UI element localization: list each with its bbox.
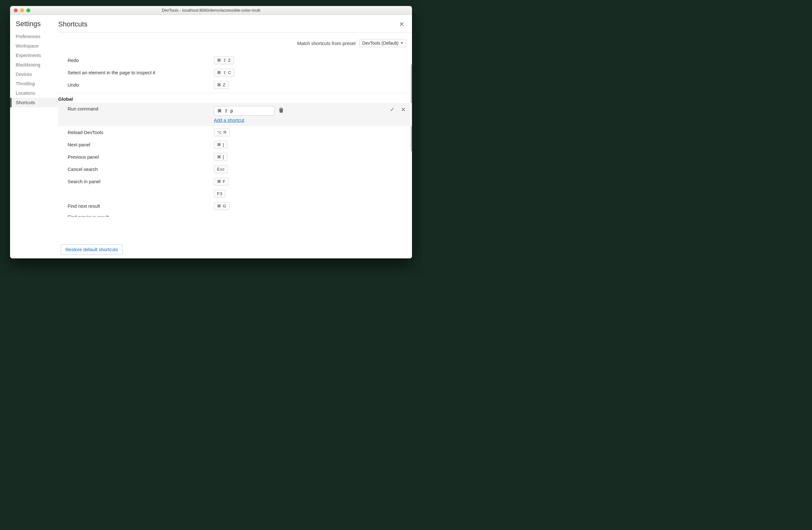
- checkmark-icon[interactable]: ✓: [390, 106, 395, 113]
- window-minimize-button[interactable]: [20, 9, 24, 12]
- shortcut-row-find-next[interactable]: Find next result ⌘ G: [58, 200, 412, 212]
- page-title: Shortcuts: [58, 20, 87, 28]
- shortcut-combo: F3: [214, 190, 226, 198]
- shortcuts-scroll: Match shortcuts from preset DevTools (De…: [58, 33, 412, 259]
- shortcut-row-run-command-editing: Run command ⌘ ⇧ p Add a shortcut ✓ ✕: [58, 103, 412, 126]
- main-header: Shortcuts ✕: [58, 15, 412, 32]
- shortcut-combo: ⌘ F: [214, 178, 229, 185]
- shortcut-combo: ⌘ ⇧ Z: [214, 56, 234, 64]
- sidebar-item-locations[interactable]: Locations: [10, 88, 58, 98]
- titlebar: DevTools - localhost:8080/demo/accessibl…: [10, 6, 412, 15]
- shortcut-row-next-panel[interactable]: Next panel ⌘ ]: [58, 139, 412, 151]
- shortcut-label: Find next result: [58, 203, 214, 209]
- shortcut-label: Reload DevTools: [58, 130, 214, 135]
- shortcut-label: Find previous result: [58, 214, 214, 220]
- shortcut-label: Select an element in the page to inspect…: [58, 70, 214, 75]
- sidebar-item-throttling[interactable]: Throttling: [10, 79, 58, 88]
- window-close-button[interactable]: [14, 9, 18, 12]
- shortcut-label: Redo: [58, 58, 214, 63]
- shortcut-row-find-previous[interactable]: Find previous result: [58, 212, 412, 222]
- shortcut-combo: ⌘ ]: [214, 141, 227, 149]
- shortcut-row-search-in-panel[interactable]: Search in panel ⌘ F: [58, 175, 412, 187]
- shortcut-label: Next panel: [58, 142, 214, 147]
- devtools-window: DevTools - localhost:8080/demo/accessibl…: [10, 6, 412, 259]
- shortcut-input[interactable]: ⌘ ⇧ p: [214, 106, 275, 115]
- sidebar-item-blackboxing[interactable]: Blackboxing: [10, 60, 58, 70]
- shortcut-label: Run command: [58, 106, 214, 111]
- shortcut-label: Search in panel: [58, 179, 214, 184]
- shortcut-combo: ⌘ Z: [214, 81, 229, 89]
- shortcut-combo: ⌘ G: [214, 202, 230, 210]
- window-title: DevTools - localhost:8080/demo/accessibl…: [10, 8, 412, 13]
- sidebar-item-workspace[interactable]: Workspace: [10, 41, 58, 51]
- settings-body: Settings Preferences Workspace Experimen…: [10, 15, 412, 259]
- chevron-down-icon: ▼: [400, 41, 404, 45]
- sidebar-item-devices[interactable]: Devices: [10, 70, 58, 79]
- group-title-global: Global: [58, 93, 412, 103]
- shortcut-row-cancel-search[interactable]: Cancel search Esc: [58, 163, 412, 175]
- shortcut-label: Cancel search: [58, 167, 214, 172]
- cancel-icon[interactable]: ✕: [401, 106, 406, 113]
- settings-main: Shortcuts ✕ Match shortcuts from preset …: [58, 15, 412, 259]
- shortcut-row-redo[interactable]: Redo ⌘ ⇧ Z: [58, 54, 412, 66]
- shortcut-combo: Esc: [214, 165, 228, 173]
- window-zoom-button[interactable]: [26, 9, 30, 12]
- shortcut-label: Undo: [58, 82, 214, 87]
- shortcut-row-reload[interactable]: Reload DevTools ⌥ R: [58, 126, 412, 139]
- shortcut-combo: ⌘ ⇧ C: [214, 69, 235, 76]
- shortcut-label: Previous panel: [58, 154, 214, 159]
- close-icon[interactable]: ✕: [396, 20, 407, 29]
- shortcut-row-search-in-panel-alt[interactable]: F3: [58, 187, 412, 200]
- trash-icon[interactable]: [279, 108, 284, 114]
- edit-confirm-icons: ✓ ✕: [390, 106, 406, 113]
- shortcut-row-inspect-element[interactable]: Select an element in the page to inspect…: [58, 66, 412, 79]
- sidebar-item-experiments[interactable]: Experiments: [10, 51, 58, 60]
- shortcut-combo: ⌘ [: [214, 153, 227, 161]
- restore-defaults-button[interactable]: Restore default shortcuts: [61, 244, 122, 255]
- preset-label: Match shortcuts from preset: [297, 41, 356, 46]
- footer: Restore default shortcuts: [58, 242, 412, 259]
- shortcut-row-undo[interactable]: Undo ⌘ Z: [58, 79, 412, 91]
- add-shortcut-link[interactable]: Add a shortcut: [214, 117, 244, 123]
- preset-value: DevTools (Default): [362, 41, 398, 46]
- traffic-lights: [10, 9, 30, 12]
- shortcut-row-previous-panel[interactable]: Previous panel ⌘ [: [58, 151, 412, 163]
- sidebar-title: Settings: [16, 20, 58, 28]
- settings-sidebar: Settings Preferences Workspace Experimen…: [10, 15, 58, 259]
- shortcut-combo: ⌥ R: [214, 128, 230, 136]
- preset-select[interactable]: DevTools (Default) ▼: [360, 39, 406, 47]
- sidebar-item-shortcuts[interactable]: Shortcuts: [10, 98, 58, 107]
- sidebar-item-preferences[interactable]: Preferences: [10, 32, 58, 41]
- preset-row: Match shortcuts from preset DevTools (De…: [58, 33, 412, 54]
